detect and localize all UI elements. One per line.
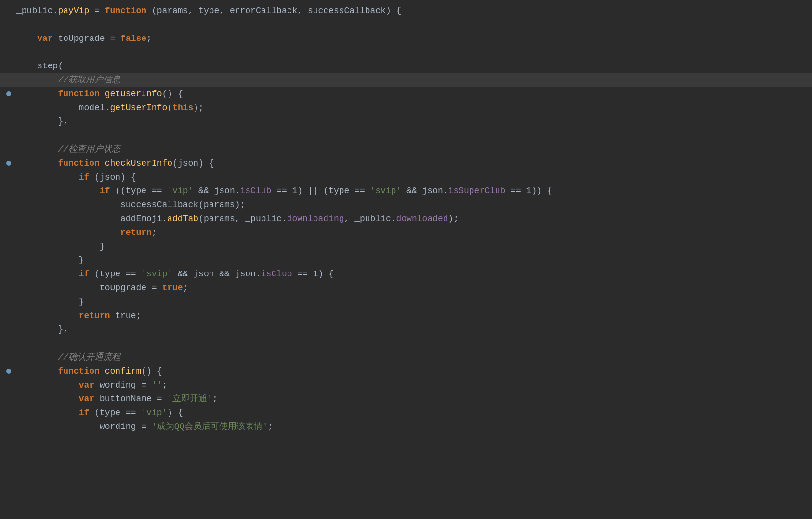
token-plain: (params, _public.	[198, 214, 287, 223]
token-plain	[16, 172, 79, 182]
token-kw-false: false	[120, 34, 146, 43]
token-plain: ;	[146, 34, 152, 43]
code-line: //确认开通流程	[0, 350, 812, 364]
code-content: },	[16, 115, 804, 129]
code-content: wording = '成为QQ会员后可使用该表情';	[16, 420, 804, 434]
token-plain: _public.	[16, 6, 58, 15]
code-content: model.getUserInfo(this);	[16, 101, 804, 115]
code-content: }	[16, 240, 804, 254]
code-line	[0, 129, 812, 143]
token-comment: //确认开通流程	[58, 352, 120, 362]
code-line: function checkUserInfo(json) {	[0, 156, 812, 170]
token-plain: (json) {	[172, 158, 214, 168]
code-content	[16, 45, 804, 59]
token-plain: model.	[16, 103, 110, 113]
code-content: var wording = '';	[16, 378, 804, 392]
token-plain: ) {	[167, 408, 183, 417]
token-prop: isClub	[240, 186, 272, 195]
token-kw-return: return	[120, 228, 152, 237]
breakpoint-dot[interactable]	[6, 161, 11, 166]
code-content: function checkUserInfo(json) {	[16, 156, 804, 170]
token-plain: ;	[212, 394, 218, 403]
token-plain: successCallback(params);	[16, 200, 245, 209]
token-func-name: payVip	[58, 6, 89, 15]
code-line: //获取用户信息	[0, 73, 812, 87]
breakpoint-dot[interactable]	[6, 369, 11, 374]
token-plain	[16, 34, 37, 43]
token-plain: }	[16, 242, 105, 251]
code-content: }	[16, 253, 804, 267]
token-plain	[16, 311, 79, 321]
token-method-name: getUserInfo	[110, 103, 167, 113]
code-line	[0, 45, 812, 59]
token-prop: isClub	[261, 269, 292, 279]
token-plain: (	[167, 103, 172, 113]
code-content: if (json) {	[16, 170, 804, 184]
token-kw-if: if	[79, 172, 90, 182]
token-string-single: '成为QQ会员后可使用该表情'	[152, 422, 268, 431]
code-content: },	[16, 323, 804, 337]
code-content: function confirm() {	[16, 364, 804, 378]
token-plain: ((type ==	[110, 186, 167, 195]
token-string-single: 'vip'	[167, 186, 193, 195]
token-kw-if: if	[79, 408, 90, 417]
code-line: }	[0, 253, 812, 267]
token-plain: true;	[110, 311, 141, 321]
code-line: step(	[0, 59, 812, 73]
token-comment: //检查用户状态	[58, 144, 120, 154]
code-line: var wording = '';	[0, 378, 812, 392]
code-line: return true;	[0, 309, 812, 323]
token-plain	[16, 158, 58, 168]
token-plain: wording =	[16, 422, 152, 431]
breakpoint-dot[interactable]	[6, 91, 11, 96]
token-plain: ;	[183, 283, 188, 293]
code-content: _public.payVip = function (params, type,…	[16, 4, 804, 18]
token-plain	[100, 89, 105, 99]
code-line: return;	[0, 226, 812, 240]
token-plain	[16, 228, 120, 237]
code-content: return true;	[16, 309, 804, 323]
code-content: if (type == 'vip') {	[16, 406, 804, 420]
code-line: function getUserInfo() {	[0, 87, 812, 101]
token-plain: () {	[162, 89, 183, 99]
token-kw-return: return	[79, 311, 110, 321]
code-line: },	[0, 115, 812, 129]
token-kw-true: true	[162, 283, 183, 293]
token-func-name: getUserInfo	[105, 89, 162, 99]
token-prop: downloading	[287, 214, 344, 223]
code-line: var buttonName = '立即开通';	[0, 392, 812, 406]
token-plain	[16, 186, 100, 195]
code-line: toUpgrade = true;	[0, 281, 812, 295]
token-plain: == 1) {	[292, 269, 334, 279]
token-string-single: 'svip'	[370, 186, 402, 195]
token-plain: =	[89, 6, 105, 15]
token-plain: == 1) || (type ==	[271, 186, 370, 195]
token-plain	[16, 89, 58, 99]
code-content: var toUpgrade = false;	[16, 32, 804, 46]
token-kw-var: var	[79, 394, 94, 403]
token-plain	[16, 380, 79, 390]
token-plain: }	[16, 297, 84, 307]
token-plain: (params, type, errorCallback, successCal…	[146, 6, 401, 15]
code-content	[16, 129, 804, 143]
token-plain: ;	[152, 228, 157, 237]
token-kw-function: function	[105, 6, 146, 15]
token-plain: }	[16, 255, 84, 265]
code-content: return;	[16, 226, 804, 240]
code-content: //确认开通流程	[16, 350, 804, 364]
token-plain: && json.	[401, 186, 448, 195]
token-this-kw: this	[172, 103, 193, 113]
token-plain: && json && json.	[172, 269, 261, 279]
token-plain: toUpgrade =	[16, 283, 162, 293]
token-kw-var: var	[79, 380, 94, 390]
token-string-single: ''	[152, 380, 162, 390]
code-line: wording = '成为QQ会员后可使用该表情';	[0, 420, 812, 434]
token-func-name: confirm	[105, 366, 142, 376]
token-kw-if: if	[100, 186, 110, 195]
line-gutter	[5, 91, 13, 96]
token-plain: ;	[162, 380, 167, 390]
token-plain: },	[16, 117, 68, 126]
token-kw-var: var	[37, 34, 52, 43]
token-plain	[16, 408, 79, 417]
code-line	[0, 337, 812, 350]
